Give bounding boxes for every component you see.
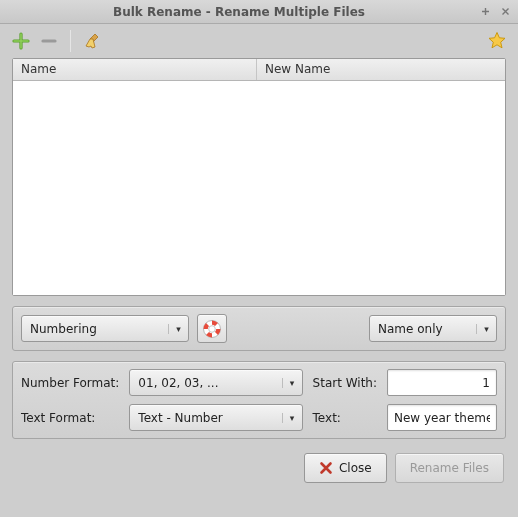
start-with-label: Start With: bbox=[313, 376, 377, 390]
number-format-select[interactable]: 01, 02, 03, ... ▾ bbox=[129, 369, 302, 396]
chevron-down-icon: ▾ bbox=[168, 324, 182, 334]
start-with-input[interactable] bbox=[387, 369, 497, 396]
file-list[interactable]: Name New Name bbox=[12, 58, 506, 296]
mode-panel: Numbering ▾ Name only ▾ bbox=[12, 306, 506, 351]
close-icon bbox=[319, 461, 333, 475]
titlebar: Bulk Rename - Rename Multiple Files bbox=[0, 0, 518, 24]
close-button[interactable]: Close bbox=[304, 453, 387, 483]
remove-files-button[interactable] bbox=[38, 30, 60, 52]
list-body[interactable] bbox=[13, 81, 505, 295]
text-label: Text: bbox=[313, 411, 377, 425]
favorite-button[interactable] bbox=[486, 30, 508, 52]
rename-mode-select[interactable]: Numbering ▾ bbox=[21, 315, 189, 342]
chevron-down-icon: ▾ bbox=[282, 413, 296, 423]
toolbar-separator bbox=[70, 30, 71, 52]
column-new-name[interactable]: New Name bbox=[257, 59, 505, 80]
scope-select[interactable]: Name only ▾ bbox=[369, 315, 497, 342]
close-button-label: Close bbox=[339, 461, 372, 475]
chevron-down-icon: ▾ bbox=[476, 324, 490, 334]
star-icon bbox=[487, 31, 507, 51]
options-panel: Number Format: 01, 02, 03, ... ▾ Start W… bbox=[12, 361, 506, 439]
rename-files-label: Rename Files bbox=[410, 461, 489, 475]
scope-value: Name only bbox=[378, 322, 472, 336]
window-title: Bulk Rename - Rename Multiple Files bbox=[6, 5, 472, 19]
number-format-label: Number Format: bbox=[21, 376, 119, 390]
rename-files-button[interactable]: Rename Files bbox=[395, 453, 504, 483]
help-button[interactable] bbox=[197, 314, 227, 343]
broom-icon bbox=[82, 31, 102, 51]
close-icon bbox=[501, 7, 510, 16]
rename-mode-value: Numbering bbox=[30, 322, 164, 336]
footer: Close Rename Files bbox=[12, 449, 506, 485]
text-format-select[interactable]: Text - Number ▾ bbox=[129, 404, 302, 431]
chevron-down-icon: ▾ bbox=[282, 378, 296, 388]
text-format-value: Text - Number bbox=[138, 411, 277, 425]
plus-icon bbox=[481, 7, 490, 16]
lifebuoy-icon bbox=[202, 319, 222, 339]
column-name[interactable]: Name bbox=[13, 59, 257, 80]
close-window-button[interactable] bbox=[498, 5, 512, 19]
number-format-value: 01, 02, 03, ... bbox=[138, 376, 277, 390]
minimize-button[interactable] bbox=[478, 5, 492, 19]
bulk-rename-window: Bulk Rename - Rename Multiple Files bbox=[0, 0, 518, 517]
remove-icon bbox=[40, 32, 58, 50]
add-icon bbox=[12, 32, 30, 50]
svg-point-1 bbox=[209, 325, 216, 332]
list-header: Name New Name bbox=[13, 59, 505, 81]
text-format-label: Text Format: bbox=[21, 411, 119, 425]
add-files-button[interactable] bbox=[10, 30, 32, 52]
clear-button[interactable] bbox=[81, 30, 103, 52]
text-input[interactable] bbox=[387, 404, 497, 431]
content-area: Name New Name Numbering ▾ Name only ▾ bbox=[0, 58, 518, 517]
toolbar bbox=[0, 24, 518, 58]
